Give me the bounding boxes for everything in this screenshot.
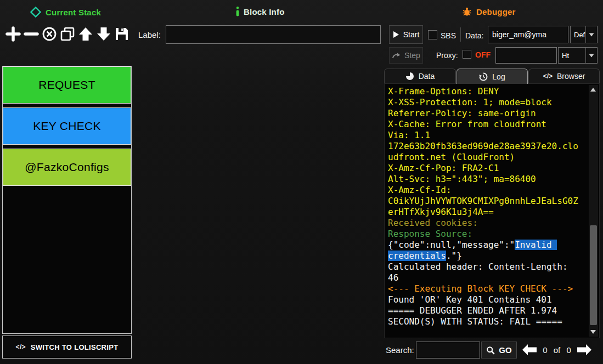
step-icon xyxy=(392,52,401,59)
move-up-button[interactable] xyxy=(77,25,94,43)
block-info-title: Block Info xyxy=(244,7,285,16)
log-output[interactable]: X-Frame-Options: DENYX-XSS-Protection: 1… xyxy=(388,86,580,327)
tab-browser[interactable]: </> Browser xyxy=(528,69,600,83)
stack-block[interactable]: KEY CHECK xyxy=(3,107,131,145)
log-line: X-Cache: Error from cloudfront xyxy=(388,119,580,130)
add-block-button[interactable] xyxy=(4,25,22,43)
switch-button-label: SWITCH TO LOLISCRIPT xyxy=(31,343,119,351)
log-line: Alt-Svc: h3=":443"; ma=86400 xyxy=(388,174,580,185)
block-info-header: Block Info xyxy=(236,7,285,16)
stack-block[interactable]: REQUEST xyxy=(3,66,131,104)
nav-left-icon xyxy=(521,343,538,356)
divider xyxy=(460,27,461,42)
wordlist-type-value: Def xyxy=(571,31,585,39)
log-line: Received cookies: xyxy=(388,218,580,229)
log-line: Referrer-Policy: same-origin xyxy=(388,108,580,119)
current-stack-header: Current Stack xyxy=(30,7,101,18)
next-match-button[interactable] xyxy=(575,343,594,357)
info-icon xyxy=(236,7,239,16)
log-line: {"code":null,"message":"Invalid credenti… xyxy=(388,240,580,261)
stack-block-label: @FazkoConfigs xyxy=(25,161,109,174)
remove-block-button[interactable] xyxy=(22,25,40,43)
proxy-caption: Proxy: xyxy=(436,51,458,60)
code-icon: </> xyxy=(16,343,26,351)
stack-block-label: KEY CHECK xyxy=(33,120,101,133)
log-line: Calculated header: Content-Length: 46 xyxy=(388,261,580,283)
chevron-down-icon xyxy=(589,54,594,58)
wordlist-type-dropdown[interactable]: Def xyxy=(570,26,598,43)
arrow-down-icon xyxy=(96,26,111,42)
move-down-button[interactable] xyxy=(95,25,112,43)
current-stack-title: Current Stack xyxy=(46,8,101,17)
log-panel: X-Frame-Options: DENYX-XSS-Protection: 1… xyxy=(384,83,600,338)
plus-icon xyxy=(5,26,21,42)
log-line: Via: 1.1 172e63b20fb363ed969de28ae3937e2… xyxy=(388,130,580,163)
disable-block-button[interactable] xyxy=(41,25,58,43)
chevron-down-icon xyxy=(589,33,594,37)
stacker-window: Current Stack Block Info Debugger Label:… xyxy=(0,0,603,364)
clone-icon xyxy=(60,26,75,42)
proxy-type-dropdown[interactable]: Ht xyxy=(558,47,598,64)
proxy-checkbox[interactable] xyxy=(463,50,471,59)
code-icon: </> xyxy=(543,72,553,80)
switch-to-loliscript-button[interactable]: </> SWITCH TO LOLISCRIPT xyxy=(2,335,132,359)
minus-icon xyxy=(24,26,39,42)
tab-data[interactable]: Data xyxy=(384,69,456,83)
proxy-input[interactable] xyxy=(495,47,557,64)
search-icon xyxy=(486,346,495,355)
log-line: X-XSS-Protection: 1; mode=block xyxy=(388,97,580,108)
search-match-position: 0 of 0 xyxy=(540,345,574,355)
clone-block-button[interactable] xyxy=(59,25,76,43)
sbs-label: SBS xyxy=(441,31,456,40)
debugger-title: Debugger xyxy=(476,7,516,16)
block-label-input[interactable] xyxy=(166,25,381,44)
step-button[interactable]: Step xyxy=(389,47,423,64)
proxy-type-value: Ht xyxy=(559,52,585,60)
step-button-label: Step xyxy=(404,51,420,60)
log-line: <--- Executing Block KEY CHECK ---> xyxy=(388,283,580,294)
debugger-header: Debugger xyxy=(462,7,516,16)
tab-log-label: Log xyxy=(492,72,505,81)
proxy-status: OFF xyxy=(475,50,491,59)
tab-log[interactable]: Log xyxy=(457,69,528,84)
search-input[interactable] xyxy=(416,342,480,359)
save-config-button[interactable] xyxy=(113,25,131,43)
tab-data-label: Data xyxy=(419,72,435,81)
pie-chart-icon xyxy=(405,72,414,81)
x-circle-icon xyxy=(42,26,57,42)
tab-browser-label: Browser xyxy=(557,72,585,81)
go-button-label: GO xyxy=(499,345,511,355)
save-icon xyxy=(114,26,129,42)
block-label-caption: Label: xyxy=(138,30,161,39)
nav-right-icon xyxy=(576,343,593,356)
history-icon xyxy=(479,72,488,81)
log-line: X-Amz-Cf-Pop: FRA2-C1 xyxy=(388,163,580,174)
stack-block[interactable]: @FazkoConfigs xyxy=(3,149,131,186)
search-caption: Search: xyxy=(386,345,414,355)
log-line: ===== DEBUGGER ENDED AFTER 1.974 SECOND(… xyxy=(388,305,580,327)
stack-block-label: REQUEST xyxy=(38,78,95,92)
log-line: X-Amz-Cf-Id: C0ikYUjJhVYWTOK9CMIXPg0nnhL… xyxy=(388,185,580,218)
start-button[interactable]: Start xyxy=(389,25,423,44)
search-go-button[interactable]: GO xyxy=(481,342,517,359)
stack-panel: REQUEST KEY CHECK @FazkoConfigs xyxy=(2,66,132,334)
start-button-label: Start xyxy=(403,30,420,39)
bug-icon xyxy=(462,7,472,16)
stack-diamond-icon xyxy=(30,7,41,18)
arrow-up-icon xyxy=(78,26,93,42)
scrollbar-thumb[interactable] xyxy=(590,225,597,325)
play-icon xyxy=(393,31,399,38)
log-line: X-Frame-Options: DENY xyxy=(388,86,580,97)
data-caption: Data: xyxy=(465,31,483,40)
log-scrollbar[interactable] xyxy=(589,85,598,337)
data-input[interactable] xyxy=(488,26,568,43)
sbs-checkbox[interactable] xyxy=(428,30,437,39)
previous-match-button[interactable] xyxy=(520,343,539,357)
scrollbar-up-icon[interactable] xyxy=(590,88,596,92)
scrollbar-down-icon[interactable] xyxy=(590,330,596,334)
log-line: Response Source: xyxy=(388,229,580,240)
log-line: Found 'OR' Key 401 Contains 401 xyxy=(388,294,580,305)
